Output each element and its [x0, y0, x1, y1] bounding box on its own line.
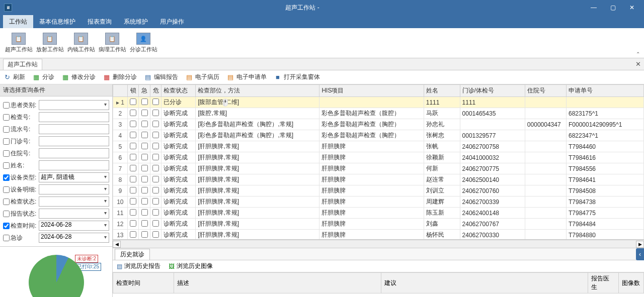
ribbon-endoscopy[interactable]: 📋内镜工作站 [65, 33, 97, 53]
col-3[interactable]: 危 [150, 85, 162, 97]
filter-input-3[interactable] [39, 136, 109, 146]
table-row[interactable]: ▸ 1已分诊[腹部血管,二维]11111111 [113, 97, 644, 108]
filter-check-11[interactable] [3, 235, 10, 241]
table-row[interactable]: 9诊断完成[肝胆胰脾,常规]肝胆胰脾刘训立24062700760T7984508 [113, 185, 644, 196]
menu-user-ops[interactable]: 用户操作 [154, 15, 190, 28]
browse-history-image-button[interactable]: 🖼浏览历史图像 [169, 262, 213, 270]
table-row[interactable]: 5诊断完成[肝胆胰脾,常规]肝胆胰脾张帆24062700758T7984460 [113, 141, 644, 152]
filter-check-6[interactable] [3, 174, 10, 181]
table-row[interactable]: 10诊断完成[肝胆胰脾,常规]肝胆胰脾周建辉24062700339T798473… [113, 196, 644, 208]
filter-check-9[interactable] [3, 211, 10, 217]
filter-input-2[interactable] [39, 124, 109, 134]
history-tab[interactable]: 历史就诊 [115, 249, 150, 260]
filter-check-1[interactable] [3, 114, 10, 121]
history-col-2[interactable]: 建议 [381, 273, 588, 293]
table-row[interactable]: 13诊断完成[肝胆胰脾,常规]肝胆胰脾杨怀民24062700330T798488… [113, 230, 644, 240]
toolbar-7[interactable]: ■打开采集窗体 [274, 73, 320, 81]
table-row[interactable]: 6诊断完成[肝胆胰脾,常规]肝胆胰脾徐颖新24041000032T7984616 [113, 152, 644, 163]
col-2[interactable]: 急 [139, 85, 150, 97]
filter-input-9[interactable] [39, 209, 109, 219]
subtab-close-icon[interactable]: ✕ [635, 60, 641, 68]
col-5[interactable]: 检查部位，方法 [196, 85, 319, 97]
toolbar-icon-0: ↻ [3, 73, 11, 81]
filter-check-3[interactable] [3, 138, 10, 145]
browse-history-report-button[interactable]: ▤浏览历史报告 [117, 262, 160, 270]
main-area: 锁急危检查状态检查部位，方法HIS项目姓名门诊/体检号住院号申请单号 ▸ 1已分… [113, 84, 644, 297]
ribbon-collapse-icon[interactable]: ⌃ [636, 51, 640, 57]
toolbar-icon-5: ▤ [185, 73, 193, 81]
col-8[interactable]: 门诊/体检号 [460, 85, 525, 97]
close-button[interactable]: ✕ [627, 4, 637, 11]
filter-input-0[interactable] [39, 100, 109, 110]
filter-check-4[interactable] [3, 150, 10, 157]
filter-check-7[interactable] [3, 186, 10, 193]
toolbar-5[interactable]: ▤电子病历 [185, 73, 219, 81]
ribbon-triage[interactable]: 👤分诊工作站 [128, 33, 159, 53]
menu-sys-maint[interactable]: 系统维护 [118, 15, 154, 28]
sidebar: 请选择查询条件 患者类别:检查号:流水号:门诊号:住院号:姓名:设备类型:超声,… [0, 84, 113, 297]
filter-input-8[interactable] [39, 196, 109, 207]
app-icon: 🖥 [4, 4, 12, 12]
filter-row-8: 检查状态: [3, 196, 109, 207]
filter-check-0[interactable] [3, 102, 10, 109]
filter-check-5[interactable] [3, 162, 10, 169]
history-grid[interactable]: 检查时间描述建议报告医生图像数 [113, 272, 644, 293]
col-7[interactable]: 姓名 [424, 85, 460, 97]
filter-input-6[interactable]: 超声, 阴道镜 [39, 172, 109, 182]
subtab-ultrasound[interactable]: 超声工作站 [3, 59, 42, 70]
history-col-4[interactable]: 图像数 [618, 273, 643, 293]
table-row[interactable]: 12诊断完成[肝胆胰脾,常规]肝胆胰脾刘鑫24062700767T7984484 [113, 219, 644, 230]
filter-input-5[interactable] [39, 160, 109, 170]
table-row[interactable]: 11诊断完成[肝胆胰脾,常规]肝胆胰脾陈玉新24062400148T798477… [113, 208, 644, 219]
table-row[interactable]: 3诊断完成[彩色多普勒超声检查（胸腔）,常规]彩色多普勒超声检查（胸腔）孙忠礼0… [113, 119, 644, 130]
ribbon-radiology[interactable]: 📋放射工作站 [34, 33, 65, 53]
history-col-0[interactable]: 检查时间 [113, 273, 174, 293]
table-row[interactable]: 4诊断完成[彩色多普勒超声检查（胸腔）,常规]彩色多普勒超声检查（胸腔）张树忠0… [113, 130, 644, 141]
pie-label-undiag: 未诊断:2 [75, 255, 98, 263]
toolbar-icon-4: ▤ [144, 73, 152, 81]
col-6[interactable]: HIS项目 [319, 85, 424, 97]
table-row[interactable]: 8诊断完成[肝胆胰脾,常规]肝胆胰脾赵连常24062500140T7984641 [113, 174, 644, 185]
menu-report-query[interactable]: 报表查询 [82, 15, 118, 28]
col-4[interactable]: 检查状态 [162, 85, 196, 97]
menu-workstation[interactable]: 工作站 [3, 15, 33, 28]
subtab-bar: 超声工作站 ✕ [0, 58, 644, 70]
table-row[interactable]: 7诊断完成[肝胆胰脾,常规]肝胆胰脾何新24062700775T7984556 [113, 163, 644, 174]
toolbar-4[interactable]: ▤编辑报告 [144, 73, 178, 81]
toolbar-2[interactable]: ▦修改分诊 [61, 73, 96, 81]
filter-input-4[interactable] [39, 148, 109, 158]
ribbon-ultrasound[interactable]: 📋超声工作站 [3, 33, 34, 53]
panel-expand-icon[interactable]: ‹ [636, 248, 644, 260]
filter-row-9: 报告状态: [3, 208, 109, 219]
filter-check-2[interactable] [3, 126, 10, 133]
filter-input-7[interactable] [39, 184, 109, 194]
toolbar-1[interactable]: ▦分诊 [32, 73, 54, 81]
scroll-right-icon[interactable]: ▶ [636, 241, 644, 248]
toolbar-0[interactable]: ↻刷新 [3, 73, 25, 81]
data-grid[interactable]: 锁急危检查状态检查部位，方法HIS项目姓名门诊/体检号住院号申请单号 ▸ 1已分… [113, 84, 644, 240]
scroll-left-icon[interactable]: ◀ [113, 241, 121, 248]
filter-check-10[interactable] [3, 223, 10, 229]
menu-basic-info[interactable]: 基本信息维护 [33, 15, 82, 28]
toolbar-3[interactable]: ▦删除分诊 [103, 73, 137, 81]
filter-label-7: 设备明细: [11, 185, 39, 194]
sidebar-header: 请选择查询条件 [0, 84, 112, 96]
filter-input-1[interactable] [39, 112, 109, 122]
filter-check-8[interactable] [3, 199, 10, 205]
filter-input-10[interactable]: 2024-06-28 [39, 221, 109, 231]
col-0[interactable] [113, 85, 128, 97]
titlebar: 🖥 超声工作站 - ― ▢ ✕ [0, 0, 644, 15]
maximize-button[interactable]: ▢ [608, 4, 618, 11]
grid-hscrollbar[interactable]: ◀ ▶ [113, 240, 644, 248]
toolbar-6[interactable]: ▤电子申请单 [226, 73, 267, 81]
table-row[interactable]: 2诊断完成[腹腔,常规]彩色多普勒超声检查（腹腔）马跃0001465435682… [113, 108, 644, 119]
col-9[interactable]: 住院号 [525, 85, 566, 97]
minimize-button[interactable]: ― [589, 4, 599, 11]
col-1[interactable]: 锁 [127, 85, 139, 97]
filter-input-11[interactable]: 2024-06-28 [39, 233, 109, 243]
history-col-1[interactable]: 描述 [174, 273, 381, 293]
ribbon-pathology[interactable]: 📋病理工作站 [97, 33, 128, 53]
history-col-3[interactable]: 报告医生 [588, 273, 618, 293]
col-10[interactable]: 申请单号 [566, 85, 643, 97]
toolbar-icon-1: ▦ [32, 73, 40, 81]
